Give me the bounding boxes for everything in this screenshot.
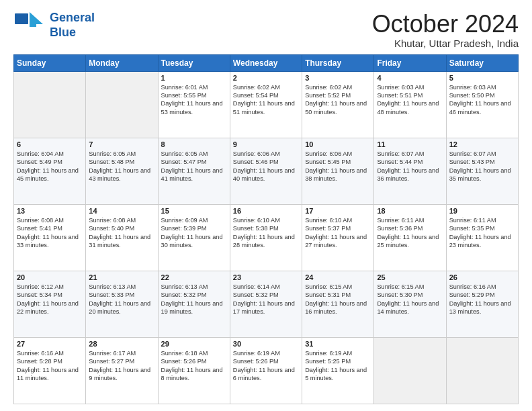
calendar-cell bbox=[86, 71, 158, 138]
calendar-week-3: 13Sunrise: 6:08 AM Sunset: 5:41 PM Dayli… bbox=[14, 204, 519, 271]
day-number: 15 bbox=[161, 207, 227, 215]
day-number: 17 bbox=[305, 207, 371, 215]
day-info: Sunrise: 6:13 AM Sunset: 5:32 PM Dayligh… bbox=[161, 283, 227, 316]
calendar-cell: 31Sunrise: 6:19 AM Sunset: 5:25 PM Dayli… bbox=[302, 337, 374, 404]
day-info: Sunrise: 6:05 AM Sunset: 5:47 PM Dayligh… bbox=[161, 150, 227, 183]
calendar-cell: 6Sunrise: 6:04 AM Sunset: 5:49 PM Daylig… bbox=[14, 138, 86, 204]
calendar-cell: 23Sunrise: 6:14 AM Sunset: 5:32 PM Dayli… bbox=[230, 271, 302, 337]
day-number: 11 bbox=[377, 140, 443, 148]
day-info: Sunrise: 6:03 AM Sunset: 5:51 PM Dayligh… bbox=[377, 83, 443, 117]
day-number: 19 bbox=[449, 207, 515, 215]
calendar-cell: 21Sunrise: 6:13 AM Sunset: 5:33 PM Dayli… bbox=[86, 271, 158, 337]
day-number: 10 bbox=[305, 140, 371, 148]
calendar-cell: 17Sunrise: 6:10 AM Sunset: 5:37 PM Dayli… bbox=[302, 204, 374, 271]
day-number: 4 bbox=[377, 74, 443, 82]
day-number: 24 bbox=[305, 273, 371, 281]
calendar-cell: 24Sunrise: 6:15 AM Sunset: 5:31 PM Dayli… bbox=[302, 271, 374, 337]
col-wednesday: Wednesday bbox=[230, 54, 302, 71]
calendar-cell: 15Sunrise: 6:09 AM Sunset: 5:39 PM Dayli… bbox=[158, 204, 230, 271]
col-sunday: Sunday bbox=[14, 54, 86, 71]
calendar-week-5: 27Sunrise: 6:16 AM Sunset: 5:28 PM Dayli… bbox=[14, 337, 519, 404]
day-number: 7 bbox=[89, 140, 154, 148]
calendar-cell: 4Sunrise: 6:03 AM Sunset: 5:51 PM Daylig… bbox=[374, 71, 446, 138]
calendar-cell: 16Sunrise: 6:10 AM Sunset: 5:38 PM Dayli… bbox=[230, 204, 302, 271]
calendar-header: Sunday Monday Tuesday Wednesday Thursday… bbox=[14, 54, 519, 71]
calendar-cell: 27Sunrise: 6:16 AM Sunset: 5:28 PM Dayli… bbox=[14, 337, 86, 404]
day-info: Sunrise: 6:11 AM Sunset: 5:35 PM Dayligh… bbox=[449, 216, 515, 250]
logo-svg bbox=[13, 12, 47, 39]
day-info: Sunrise: 6:10 AM Sunset: 5:38 PM Dayligh… bbox=[233, 216, 299, 250]
calendar-cell: 12Sunrise: 6:07 AM Sunset: 5:43 PM Dayli… bbox=[446, 138, 518, 204]
svg-rect-0 bbox=[15, 13, 28, 24]
calendar-cell: 25Sunrise: 6:15 AM Sunset: 5:30 PM Dayli… bbox=[374, 271, 446, 337]
day-info: Sunrise: 6:13 AM Sunset: 5:33 PM Dayligh… bbox=[89, 283, 154, 316]
col-tuesday: Tuesday bbox=[158, 54, 230, 71]
day-info: Sunrise: 6:08 AM Sunset: 5:40 PM Dayligh… bbox=[89, 216, 154, 250]
day-number: 13 bbox=[17, 207, 83, 215]
day-info: Sunrise: 6:05 AM Sunset: 5:48 PM Dayligh… bbox=[89, 150, 154, 183]
calendar-cell: 7Sunrise: 6:05 AM Sunset: 5:48 PM Daylig… bbox=[86, 138, 158, 204]
day-info: Sunrise: 6:10 AM Sunset: 5:37 PM Dayligh… bbox=[305, 216, 371, 250]
calendar-table: Sunday Monday Tuesday Wednesday Thursday… bbox=[13, 54, 519, 404]
calendar-cell bbox=[14, 71, 86, 138]
day-info: Sunrise: 6:09 AM Sunset: 5:39 PM Dayligh… bbox=[161, 216, 227, 250]
calendar-body: 1Sunrise: 6:01 AM Sunset: 5:55 PM Daylig… bbox=[14, 71, 519, 404]
day-number: 18 bbox=[377, 207, 443, 215]
calendar-cell bbox=[374, 337, 446, 404]
calendar-week-2: 6Sunrise: 6:04 AM Sunset: 5:49 PM Daylig… bbox=[14, 138, 519, 204]
day-info: Sunrise: 6:16 AM Sunset: 5:28 PM Dayligh… bbox=[17, 349, 83, 383]
day-number: 8 bbox=[161, 140, 227, 148]
day-info: Sunrise: 6:03 AM Sunset: 5:50 PM Dayligh… bbox=[449, 83, 515, 117]
day-info: Sunrise: 6:07 AM Sunset: 5:43 PM Dayligh… bbox=[449, 150, 515, 183]
day-info: Sunrise: 6:11 AM Sunset: 5:36 PM Dayligh… bbox=[377, 216, 443, 250]
day-info: Sunrise: 6:19 AM Sunset: 5:26 PM Dayligh… bbox=[233, 349, 299, 383]
day-number: 5 bbox=[449, 74, 515, 82]
day-number: 3 bbox=[305, 74, 371, 82]
calendar-cell: 22Sunrise: 6:13 AM Sunset: 5:32 PM Dayli… bbox=[158, 271, 230, 337]
calendar-week-1: 1Sunrise: 6:01 AM Sunset: 5:55 PM Daylig… bbox=[14, 71, 519, 138]
logo: GeneralBlue bbox=[13, 11, 95, 40]
day-info: Sunrise: 6:18 AM Sunset: 5:26 PM Dayligh… bbox=[161, 349, 227, 383]
svg-marker-1 bbox=[30, 12, 43, 27]
col-saturday: Saturday bbox=[446, 54, 518, 71]
day-info: Sunrise: 6:15 AM Sunset: 5:31 PM Dayligh… bbox=[305, 283, 371, 316]
day-info: Sunrise: 6:04 AM Sunset: 5:49 PM Dayligh… bbox=[17, 150, 83, 183]
day-info: Sunrise: 6:15 AM Sunset: 5:30 PM Dayligh… bbox=[377, 283, 443, 316]
calendar-cell: 28Sunrise: 6:17 AM Sunset: 5:27 PM Dayli… bbox=[86, 337, 158, 404]
day-info: Sunrise: 6:01 AM Sunset: 5:55 PM Dayligh… bbox=[161, 83, 227, 117]
calendar-cell: 14Sunrise: 6:08 AM Sunset: 5:40 PM Dayli… bbox=[86, 204, 158, 271]
day-info: Sunrise: 6:07 AM Sunset: 5:44 PM Dayligh… bbox=[377, 150, 443, 183]
day-number: 23 bbox=[233, 273, 299, 281]
month-title: October 2024 bbox=[372, 11, 519, 38]
logo-blue: Blue bbox=[50, 26, 95, 40]
logo-general: General bbox=[50, 11, 95, 26]
calendar-cell: 2Sunrise: 6:02 AM Sunset: 5:54 PM Daylig… bbox=[230, 71, 302, 138]
calendar-week-4: 20Sunrise: 6:12 AM Sunset: 5:34 PM Dayli… bbox=[14, 271, 519, 337]
col-monday: Monday bbox=[86, 54, 158, 71]
day-number: 27 bbox=[17, 340, 83, 348]
calendar-cell: 10Sunrise: 6:06 AM Sunset: 5:45 PM Dayli… bbox=[302, 138, 374, 204]
day-number: 9 bbox=[233, 140, 299, 148]
title-block: October 2024 Khutar, Uttar Pradesh, Indi… bbox=[372, 11, 519, 49]
day-info: Sunrise: 6:16 AM Sunset: 5:29 PM Dayligh… bbox=[449, 283, 515, 316]
calendar-cell: 11Sunrise: 6:07 AM Sunset: 5:44 PM Dayli… bbox=[374, 138, 446, 204]
day-number: 31 bbox=[305, 340, 371, 348]
col-thursday: Thursday bbox=[302, 54, 374, 71]
calendar-cell: 18Sunrise: 6:11 AM Sunset: 5:36 PM Dayli… bbox=[374, 204, 446, 271]
calendar-cell bbox=[446, 337, 518, 404]
calendar-cell: 5Sunrise: 6:03 AM Sunset: 5:50 PM Daylig… bbox=[446, 71, 518, 138]
day-number: 30 bbox=[233, 340, 299, 348]
day-number: 22 bbox=[161, 273, 227, 281]
header: GeneralBlue October 2024 Khutar, Uttar P… bbox=[13, 11, 519, 49]
calendar-cell: 13Sunrise: 6:08 AM Sunset: 5:41 PM Dayli… bbox=[14, 204, 86, 271]
calendar-cell: 3Sunrise: 6:02 AM Sunset: 5:52 PM Daylig… bbox=[302, 71, 374, 138]
day-info: Sunrise: 6:14 AM Sunset: 5:32 PM Dayligh… bbox=[233, 283, 299, 316]
day-number: 29 bbox=[161, 340, 227, 348]
day-number: 2 bbox=[233, 74, 299, 82]
calendar-cell: 1Sunrise: 6:01 AM Sunset: 5:55 PM Daylig… bbox=[158, 71, 230, 138]
day-info: Sunrise: 6:02 AM Sunset: 5:54 PM Dayligh… bbox=[233, 83, 299, 117]
day-info: Sunrise: 6:12 AM Sunset: 5:34 PM Dayligh… bbox=[17, 283, 83, 316]
day-number: 16 bbox=[233, 207, 299, 215]
calendar-cell: 30Sunrise: 6:19 AM Sunset: 5:26 PM Dayli… bbox=[230, 337, 302, 404]
day-number: 6 bbox=[17, 140, 83, 148]
